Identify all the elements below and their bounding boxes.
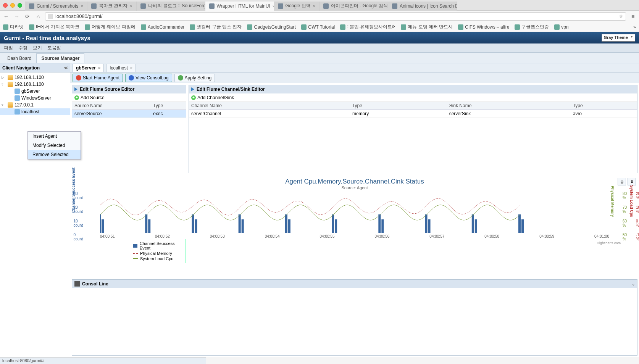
- bookmark-item[interactable]: ::불법·유해정보사이트에: [340, 24, 395, 30]
- bookmark-label: 어떻게 웨이브 파일에: [92, 24, 136, 30]
- browser-tab[interactable]: 북마크 관리자×: [87, 2, 137, 11]
- context-menu-item[interactable]: Remove Selected: [28, 150, 81, 159]
- tree-item[interactable]: ▿192.168.1.100: [0, 81, 70, 88]
- bookmark-item[interactable]: IE에서 가져온 북마크: [29, 24, 79, 30]
- legend-label: Channel Seuccess Event: [140, 241, 182, 250]
- tree-item[interactable]: ▿127.0.0.1: [0, 101, 70, 108]
- view-log-button[interactable]: View ConsolLog: [125, 74, 172, 82]
- agent-tab[interactable]: localhost×: [106, 64, 136, 72]
- bookmark-icon: [247, 24, 252, 30]
- bookmark-item[interactable]: 구글앱스인증: [515, 24, 549, 30]
- forward-button[interactable]: →: [13, 13, 21, 20]
- bookmark-item[interactable]: 디카넷: [3, 24, 24, 30]
- table-row[interactable]: serverSourceexec: [72, 110, 186, 118]
- bookmark-item[interactable]: GadgetsGettingStart: [247, 24, 295, 30]
- browser-tab[interactable]: 아이콘파인더 - Google 검색×: [320, 2, 388, 11]
- svg-rect-17: [475, 219, 477, 233]
- close-icon[interactable]: ×: [130, 66, 132, 70]
- favicon-icon: [209, 3, 215, 9]
- menu-item[interactable]: 수정: [18, 45, 27, 51]
- source-editor-title: Edit Flume Source Editor: [80, 87, 134, 92]
- svg-rect-9: [288, 219, 290, 233]
- reload-button[interactable]: ⟳: [24, 13, 31, 20]
- status-text: localhost:8080/gurmi/#: [2, 358, 45, 363]
- bookmark-item[interactable]: 넷킬러 구글 앱스 전자: [190, 24, 242, 30]
- close-icon[interactable]: ×: [130, 4, 132, 8]
- tree-item[interactable]: ▷192.168.1.100: [0, 74, 70, 81]
- record-icon: [76, 75, 81, 81]
- add-sink-bar[interactable]: + Add Channel/Sink: [189, 93, 637, 102]
- star-icon[interactable]: ☆: [619, 13, 623, 19]
- close-icon[interactable]: ×: [81, 4, 83, 8]
- agent-tab[interactable]: gbServer×: [73, 64, 104, 72]
- add-source-bar[interactable]: + Add Source: [72, 93, 186, 102]
- terminal-icon: [74, 281, 80, 287]
- chart-legend[interactable]: Channel Seuccess EventPhysical MemorySys…: [130, 239, 186, 263]
- chart-print-button[interactable]: ⎙: [618, 178, 626, 185]
- menu-item[interactable]: 보기: [33, 45, 42, 51]
- browser-tab[interactable]: Gurmi / Screenshots×: [25, 2, 87, 11]
- play-icon: [191, 87, 194, 91]
- chart-plot: [100, 192, 609, 241]
- chart-subtitle: Source: Agent: [73, 185, 636, 190]
- column-header[interactable]: Type: [571, 102, 637, 110]
- url-field[interactable]: localhost:8080/gurmi/ ☆: [45, 12, 626, 21]
- context-menu-item[interactable]: Insert Agent: [28, 132, 81, 141]
- tree-item[interactable]: gbServer: [0, 88, 70, 95]
- column-header[interactable]: Type: [151, 102, 186, 110]
- apply-setting-button[interactable]: Apply Setting: [174, 74, 215, 82]
- column-header[interactable]: Type: [350, 102, 447, 110]
- tab-label: 북마크 관리자: [99, 3, 127, 9]
- sink-editor-panel: Edit Flume Channel/Sink Editor + Add Cha…: [189, 85, 637, 173]
- menu-item[interactable]: 파일: [4, 45, 13, 51]
- minimize-window-button[interactable]: [10, 3, 15, 8]
- browser-tab[interactable]: Google 번역×: [274, 2, 320, 11]
- close-icon[interactable]: ×: [98, 66, 100, 70]
- collapse-sidebar-button[interactable]: ≪: [64, 66, 68, 70]
- browser-tab[interactable]: Animal icons | Icon Search E×: [388, 2, 457, 11]
- svg-rect-4: [192, 214, 194, 233]
- tree-item[interactable]: localhost: [0, 108, 70, 115]
- tree-toggle-icon[interactable]: ▷: [2, 76, 6, 79]
- legend-item[interactable]: System Load Cpu: [133, 256, 182, 261]
- column-header[interactable]: Source Name: [72, 102, 151, 110]
- chart-export-button[interactable]: ⬇: [628, 178, 636, 185]
- svg-rect-12: [378, 214, 381, 233]
- back-button[interactable]: ←: [2, 13, 10, 20]
- browser-tab[interactable]: 나비의 블로그 :: SourceForge×: [137, 2, 205, 11]
- main-tab[interactable]: Dash Board: [2, 53, 36, 63]
- zoom-window-button[interactable]: [18, 3, 22, 8]
- tree-toggle-icon[interactable]: ▿: [2, 82, 6, 86]
- column-header[interactable]: Sink Name: [447, 102, 571, 110]
- main-tab[interactable]: Sources Manager: [36, 53, 84, 63]
- bookmark-item[interactable]: CIFS Windows – alfre: [458, 24, 509, 30]
- legend-label: Physical Memory: [140, 251, 172, 256]
- legend-item[interactable]: Physical Memory: [133, 251, 182, 256]
- close-icon[interactable]: ×: [313, 4, 315, 8]
- theme-select[interactable]: Gray Theme: [602, 34, 635, 42]
- bookmark-item[interactable]: 어떻게 웨이브 파일에: [85, 24, 136, 30]
- close-window-button[interactable]: [3, 3, 8, 8]
- apply-label: Apply Setting: [185, 75, 212, 81]
- bookmarks-overflow-button[interactable]: »: [633, 24, 636, 30]
- menu-item[interactable]: 도움말: [47, 45, 61, 51]
- table-cell: serverChannel: [189, 110, 350, 118]
- tree-toggle-icon[interactable]: ▿: [2, 103, 6, 107]
- home-button[interactable]: ⌂: [34, 13, 42, 20]
- legend-label: System Load Cpu: [140, 256, 173, 261]
- menu-icon[interactable]: ≡: [629, 13, 637, 20]
- bookmark-item[interactable]: GWT Tutorial: [301, 24, 335, 30]
- table-cell: avro: [571, 110, 637, 118]
- consol-collapse-button[interactable]: ⌄: [632, 282, 635, 286]
- table-row[interactable]: serverChannelmemoryserverSinkavro: [189, 110, 637, 118]
- browser-tab[interactable]: Wrapper HTML for MainUI×: [205, 2, 274, 11]
- column-header[interactable]: Channel Name: [189, 102, 350, 110]
- bookmark-item[interactable]: vpn: [554, 24, 568, 30]
- bookmark-item[interactable]: AudioCommander: [141, 24, 185, 30]
- context-menu-item[interactable]: Modify Selected: [28, 141, 81, 150]
- legend-item[interactable]: Channel Seuccess Event: [133, 241, 182, 251]
- svg-rect-2: [145, 214, 147, 233]
- start-flume-button[interactable]: Start Flume Agent: [73, 74, 123, 82]
- bookmark-item[interactable]: 메뉴 로딩 에러 반드시: [401, 24, 453, 30]
- tree-item[interactable]: WindowServer: [0, 95, 70, 101]
